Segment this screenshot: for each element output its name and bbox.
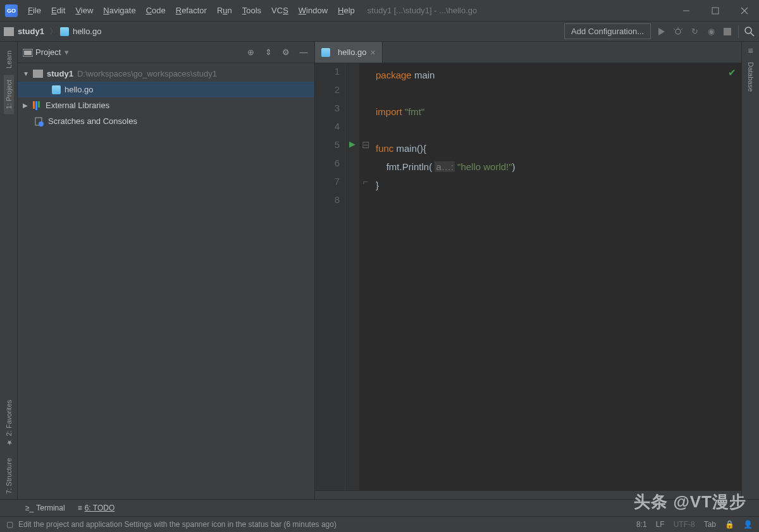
profile-icon[interactable]: ◉	[705, 26, 717, 37]
close-tab-icon[interactable]: ×	[371, 47, 376, 58]
menu-run[interactable]: Run	[212, 6, 237, 15]
svg-line-11	[751, 33, 754, 36]
menu-refactor[interactable]: Refactor	[171, 6, 212, 15]
tab-terminal[interactable]: ≥_Terminal	[25, 504, 65, 512]
menu-navigate[interactable]: Navigate	[98, 6, 140, 15]
app-logo: GO	[5, 4, 18, 17]
tab-todo[interactable]: ≡6: TODO	[78, 504, 115, 512]
menu-view[interactable]: View	[70, 6, 98, 15]
debug-icon[interactable]	[672, 26, 684, 37]
close-button[interactable]	[730, 0, 759, 22]
folder-icon	[33, 70, 43, 78]
line-numbers: 1 2 3 4 5 6 7 8	[315, 63, 345, 490]
minimize-button[interactable]	[672, 0, 701, 22]
go-file-icon	[52, 85, 61, 94]
run-gutter-icon[interactable]: ▶	[345, 139, 359, 158]
project-view-icon	[23, 48, 33, 57]
status-rect-icon[interactable]: ▢	[6, 520, 13, 529]
svg-point-5	[676, 29, 681, 34]
scratches-icon	[34, 117, 44, 126]
line-separator[interactable]: LF	[656, 520, 665, 529]
code-editor[interactable]: 1 2 3 4 5 6 7 8 ▶ ⊟ ⌐ pac	[315, 63, 741, 490]
bottom-toolbar: ≥_Terminal ≡6: TODO 头条 @VT漫步	[0, 499, 759, 516]
breadcrumb-root[interactable]: study1	[18, 27, 44, 36]
svg-rect-13	[24, 51, 32, 55]
maximize-button[interactable]	[701, 0, 730, 22]
project-tree: ▼ study1 D:\workspaces\go_workspaces\stu…	[18, 63, 314, 132]
svg-point-10	[745, 27, 751, 34]
svg-rect-9	[724, 28, 731, 35]
run-icon[interactable]	[656, 26, 667, 37]
tree-root[interactable]: ▼ study1 D:\workspaces\go_workspaces\stu…	[18, 66, 314, 82]
gutter-icons: ▶	[345, 63, 359, 490]
chevron-down-icon[interactable]: ▾	[65, 47, 69, 57]
watermark-text: 头条 @VT漫步	[634, 491, 746, 513]
window-title: study1 [...\study1] - ...\hello.go	[367, 6, 477, 15]
fold-end-icon[interactable]: ⌐	[359, 176, 372, 194]
status-bar: ▢ Edit the project and application Setti…	[0, 516, 759, 532]
search-icon[interactable]	[744, 26, 755, 37]
tree-file-hello[interactable]: hello.go	[18, 82, 314, 97]
database-icon: ≡	[748, 46, 753, 56]
menubar: GO File Edit View Navigate Code Refactor…	[0, 0, 759, 22]
rail-project[interactable]: 1: Project	[4, 75, 14, 114]
todo-icon: ≡	[78, 504, 82, 512]
rail-learn[interactable]: Learn	[4, 46, 14, 73]
tree-external-libraries[interactable]: ▶ External Libraries	[18, 97, 314, 113]
breadcrumb-separator: 〉	[49, 26, 58, 37]
expand-all-icon[interactable]: ⇕	[262, 47, 274, 58]
folder-icon	[4, 27, 14, 36]
fold-column: ⊟ ⌐	[359, 63, 372, 490]
breadcrumb-file[interactable]: hello.go	[73, 27, 102, 36]
code-text[interactable]: package main import "fmt" func main(){ f…	[372, 63, 741, 490]
editor-area: hello.go × 1 2 3 4 5 6 7 8 ▶ ⊟	[315, 42, 741, 499]
locate-icon[interactable]: ⊕	[245, 47, 256, 58]
right-tool-rail: ≡ Database	[741, 42, 759, 499]
inspection-ok-icon[interactable]: ✔	[728, 67, 736, 78]
add-configuration-button[interactable]: Add Configuration...	[564, 23, 651, 39]
rail-structure[interactable]: 7: Structure	[4, 453, 14, 499]
tab-hello-go[interactable]: hello.go ×	[315, 42, 383, 63]
inspection-icon[interactable]: 👤	[743, 520, 753, 529]
menu-tools[interactable]: Tools	[237, 6, 266, 15]
left-tool-rail: Learn 1: Project ★ 2: Favorites 7: Struc…	[0, 42, 18, 499]
project-panel: Project ▾ ⊕ ⇕ ⚙ — ▼ study1 D:\workspaces…	[18, 42, 315, 499]
file-encoding[interactable]: UTF-8	[674, 520, 695, 529]
svg-point-15	[39, 121, 44, 127]
hide-icon[interactable]: —	[298, 47, 309, 58]
status-message: Edit the project and application Setting…	[18, 520, 336, 529]
svg-marker-4	[658, 28, 665, 35]
menu-help[interactable]: Help	[333, 6, 360, 15]
menu-file[interactable]: File	[23, 6, 46, 15]
rail-database[interactable]: Database	[746, 57, 756, 97]
menu-window[interactable]: Window	[293, 6, 333, 15]
gear-icon[interactable]: ⚙	[280, 47, 292, 58]
menu-edit[interactable]: Edit	[46, 6, 70, 15]
panel-title[interactable]: Project	[35, 47, 61, 57]
svg-line-8	[681, 28, 682, 30]
tree-scratches[interactable]: Scratches and Consoles	[18, 113, 314, 129]
coverage-icon[interactable]: ↻	[689, 26, 700, 37]
fold-start-icon[interactable]: ⊟	[359, 139, 372, 158]
svg-line-7	[674, 28, 675, 30]
menu-code[interactable]: Code	[141, 6, 171, 15]
expand-arrow-icon[interactable]: ▶	[23, 102, 30, 109]
caret-position[interactable]: 8:1	[636, 520, 647, 529]
stop-icon[interactable]	[722, 26, 733, 37]
go-file-icon	[321, 48, 330, 57]
go-file-icon	[60, 27, 69, 36]
menu-vcs[interactable]: VCS	[266, 6, 293, 15]
expand-arrow-icon[interactable]: ▼	[23, 70, 30, 77]
navigation-toolbar: study1 〉 hello.go Add Configuration... ↻…	[0, 22, 759, 42]
terminal-icon: ≥_	[25, 504, 34, 512]
svg-rect-1	[712, 8, 719, 14]
rail-favorites[interactable]: ★ 2: Favorites	[3, 395, 14, 452]
indent-setting[interactable]: Tab	[704, 520, 716, 529]
lock-icon[interactable]: 🔒	[725, 520, 734, 529]
libraries-icon	[33, 101, 42, 110]
editor-tabs: hello.go ×	[315, 42, 741, 63]
